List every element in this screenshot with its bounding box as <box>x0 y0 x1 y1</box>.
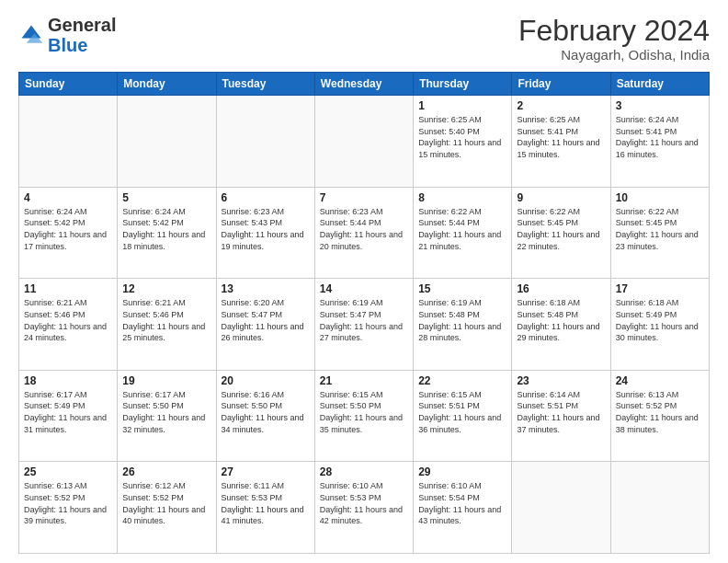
calendar-cell: 13Sunrise: 6:20 AMSunset: 5:47 PMDayligh… <box>216 279 314 371</box>
calendar-cell: 18Sunrise: 6:17 AMSunset: 5:49 PMDayligh… <box>19 370 118 462</box>
calendar-cell: 22Sunrise: 6:15 AMSunset: 5:51 PMDayligh… <box>414 370 512 462</box>
header-thursday: Thursday <box>414 73 512 96</box>
day-info: Sunrise: 6:15 AMSunset: 5:51 PMDaylight:… <box>418 389 506 435</box>
day-number: 14 <box>320 282 408 295</box>
calendar-cell: 7Sunrise: 6:23 AMSunset: 5:44 PMDaylight… <box>314 187 413 279</box>
calendar-cell: 11Sunrise: 6:21 AMSunset: 5:46 PMDayligh… <box>19 279 118 371</box>
day-info: Sunrise: 6:20 AMSunset: 5:47 PMDaylight:… <box>222 297 310 343</box>
day-info: Sunrise: 6:23 AMSunset: 5:44 PMDaylight:… <box>320 206 408 252</box>
page: General Blue February 2024 Nayagarh, Odi… <box>0 0 728 563</box>
day-info: Sunrise: 6:13 AMSunset: 5:52 PMDaylight:… <box>616 389 704 435</box>
calendar-week-row: 1Sunrise: 6:25 AMSunset: 5:40 PMDaylight… <box>19 96 710 188</box>
day-number: 13 <box>222 282 310 295</box>
day-number: 26 <box>122 465 210 478</box>
day-number: 15 <box>418 282 506 295</box>
day-info: Sunrise: 6:11 AMSunset: 5:53 PMDaylight:… <box>222 480 310 526</box>
day-info: Sunrise: 6:10 AMSunset: 5:53 PMDaylight:… <box>320 480 408 526</box>
day-number: 28 <box>320 465 408 478</box>
day-info: Sunrise: 6:25 AMSunset: 5:41 PMDaylight:… <box>517 114 605 160</box>
day-info: Sunrise: 6:24 AMSunset: 5:42 PMDaylight:… <box>122 206 210 252</box>
calendar-cell: 26Sunrise: 6:12 AMSunset: 5:52 PMDayligh… <box>118 462 216 554</box>
calendar-table: Sunday Monday Tuesday Wednesday Thursday… <box>18 72 710 554</box>
header: General Blue February 2024 Nayagarh, Odi… <box>18 15 710 63</box>
calendar-cell <box>512 462 610 554</box>
calendar-cell: 1Sunrise: 6:25 AMSunset: 5:40 PMDaylight… <box>414 96 512 188</box>
day-number: 25 <box>24 465 112 478</box>
svg-marker-0 <box>22 26 41 39</box>
day-number: 9 <box>517 191 605 204</box>
calendar-cell: 12Sunrise: 6:21 AMSunset: 5:46 PMDayligh… <box>118 279 216 371</box>
calendar-cell: 15Sunrise: 6:19 AMSunset: 5:48 PMDayligh… <box>414 279 512 371</box>
day-info: Sunrise: 6:18 AMSunset: 5:49 PMDaylight:… <box>616 297 704 343</box>
day-info: Sunrise: 6:14 AMSunset: 5:51 PMDaylight:… <box>517 389 605 435</box>
day-info: Sunrise: 6:19 AMSunset: 5:47 PMDaylight:… <box>320 297 408 343</box>
day-info: Sunrise: 6:22 AMSunset: 5:44 PMDaylight:… <box>418 206 506 252</box>
day-number: 1 <box>418 99 506 112</box>
day-info: Sunrise: 6:12 AMSunset: 5:52 PMDaylight:… <box>122 480 210 526</box>
logo: General Blue <box>18 15 116 55</box>
day-number: 16 <box>517 282 605 295</box>
day-number: 8 <box>418 191 506 204</box>
header-monday: Monday <box>118 73 216 96</box>
calendar-cell: 25Sunrise: 6:13 AMSunset: 5:52 PMDayligh… <box>19 462 118 554</box>
day-number: 21 <box>320 374 408 387</box>
day-info: Sunrise: 6:10 AMSunset: 5:54 PMDaylight:… <box>418 480 506 526</box>
day-info: Sunrise: 6:21 AMSunset: 5:46 PMDaylight:… <box>122 297 210 343</box>
header-friday: Friday <box>512 73 610 96</box>
title-section: February 2024 Nayagarh, Odisha, India <box>518 15 710 63</box>
day-number: 20 <box>222 374 310 387</box>
logo-general: General <box>48 15 116 35</box>
day-number: 3 <box>616 99 704 112</box>
calendar-cell: 24Sunrise: 6:13 AMSunset: 5:52 PMDayligh… <box>610 370 709 462</box>
calendar-week-row: 4Sunrise: 6:24 AMSunset: 5:42 PMDaylight… <box>19 187 710 279</box>
day-info: Sunrise: 6:21 AMSunset: 5:46 PMDaylight:… <box>24 297 112 343</box>
calendar-cell: 27Sunrise: 6:11 AMSunset: 5:53 PMDayligh… <box>216 462 314 554</box>
logo-icon <box>18 22 44 48</box>
calendar-cell: 20Sunrise: 6:16 AMSunset: 5:50 PMDayligh… <box>216 370 314 462</box>
month-title: February 2024 <box>518 15 710 47</box>
calendar-cell: 17Sunrise: 6:18 AMSunset: 5:49 PMDayligh… <box>610 279 709 371</box>
calendar-week-row: 25Sunrise: 6:13 AMSunset: 5:52 PMDayligh… <box>19 462 710 554</box>
day-info: Sunrise: 6:19 AMSunset: 5:48 PMDaylight:… <box>418 297 506 343</box>
day-info: Sunrise: 6:17 AMSunset: 5:49 PMDaylight:… <box>24 389 112 435</box>
day-number: 7 <box>320 191 408 204</box>
day-number: 5 <box>122 191 210 204</box>
calendar-cell: 14Sunrise: 6:19 AMSunset: 5:47 PMDayligh… <box>314 279 413 371</box>
calendar-cell: 21Sunrise: 6:15 AMSunset: 5:50 PMDayligh… <box>314 370 413 462</box>
day-number: 23 <box>517 374 605 387</box>
day-number: 29 <box>418 465 506 478</box>
calendar-cell: 23Sunrise: 6:14 AMSunset: 5:51 PMDayligh… <box>512 370 610 462</box>
calendar-cell: 8Sunrise: 6:22 AMSunset: 5:44 PMDaylight… <box>414 187 512 279</box>
header-tuesday: Tuesday <box>216 73 314 96</box>
day-number: 4 <box>24 191 112 204</box>
weekday-header-row: Sunday Monday Tuesday Wednesday Thursday… <box>19 73 710 96</box>
header-sunday: Sunday <box>19 73 118 96</box>
day-number: 11 <box>24 282 112 295</box>
logo-blue: Blue <box>48 35 87 55</box>
header-saturday: Saturday <box>610 73 709 96</box>
header-wednesday: Wednesday <box>314 73 413 96</box>
calendar-cell: 28Sunrise: 6:10 AMSunset: 5:53 PMDayligh… <box>314 462 413 554</box>
calendar-week-row: 18Sunrise: 6:17 AMSunset: 5:49 PMDayligh… <box>19 370 710 462</box>
calendar-cell: 6Sunrise: 6:23 AMSunset: 5:43 PMDaylight… <box>216 187 314 279</box>
day-info: Sunrise: 6:23 AMSunset: 5:43 PMDaylight:… <box>222 206 310 252</box>
calendar-cell: 10Sunrise: 6:22 AMSunset: 5:45 PMDayligh… <box>610 187 709 279</box>
day-number: 18 <box>24 374 112 387</box>
calendar-cell <box>19 96 118 188</box>
day-number: 27 <box>222 465 310 478</box>
calendar-cell <box>610 462 709 554</box>
day-info: Sunrise: 6:22 AMSunset: 5:45 PMDaylight:… <box>616 206 704 252</box>
calendar-cell: 16Sunrise: 6:18 AMSunset: 5:48 PMDayligh… <box>512 279 610 371</box>
day-info: Sunrise: 6:24 AMSunset: 5:41 PMDaylight:… <box>616 114 704 160</box>
day-info: Sunrise: 6:16 AMSunset: 5:50 PMDaylight:… <box>222 389 310 435</box>
day-number: 12 <box>122 282 210 295</box>
day-number: 24 <box>616 374 704 387</box>
calendar-cell: 2Sunrise: 6:25 AMSunset: 5:41 PMDaylight… <box>512 96 610 188</box>
day-number: 17 <box>616 282 704 295</box>
calendar-cell <box>314 96 413 188</box>
calendar-cell: 3Sunrise: 6:24 AMSunset: 5:41 PMDaylight… <box>610 96 709 188</box>
calendar-cell: 4Sunrise: 6:24 AMSunset: 5:42 PMDaylight… <box>19 187 118 279</box>
day-info: Sunrise: 6:18 AMSunset: 5:48 PMDaylight:… <box>517 297 605 343</box>
calendar-week-row: 11Sunrise: 6:21 AMSunset: 5:46 PMDayligh… <box>19 279 710 371</box>
day-number: 19 <box>122 374 210 387</box>
